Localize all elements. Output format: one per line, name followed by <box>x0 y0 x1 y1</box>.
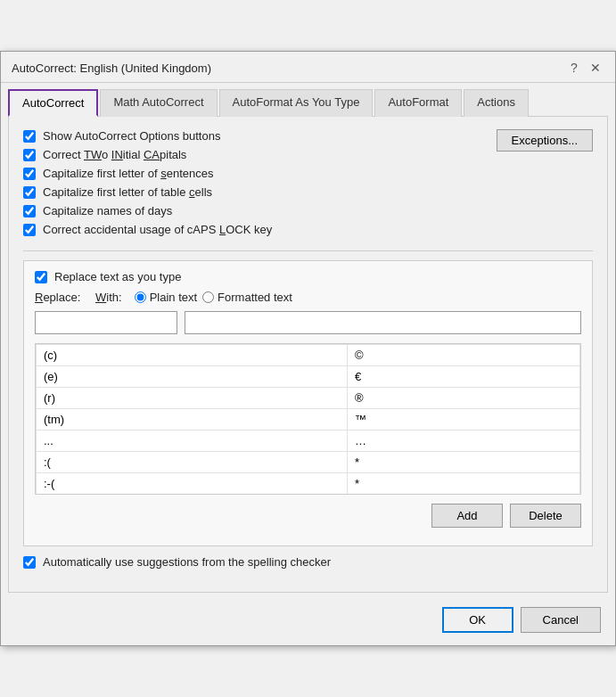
autocorrect-table-container: (c) © (e) € (r) ® <box>35 343 581 495</box>
checkbox-capitalize-days-input[interactable] <box>23 205 36 217</box>
table-row[interactable]: (tm) ™ <box>37 409 580 430</box>
checkbox-show-options-input[interactable] <box>23 130 36 143</box>
radio-formatted-input[interactable] <box>202 291 214 303</box>
replace-input[interactable] <box>35 311 177 334</box>
table-row[interactable]: (e) € <box>37 366 580 388</box>
radio-plain-option[interactable]: Plain text <box>135 291 197 304</box>
table-cell-to: ® <box>347 388 579 409</box>
checkbox-capitalize-days-label[interactable]: Capitalize names of days <box>43 204 172 217</box>
tab-actions[interactable]: Actions <box>464 89 529 117</box>
replace-inputs <box>35 311 581 334</box>
with-label: With: <box>95 291 122 304</box>
table-actions: Add Delete <box>35 504 581 528</box>
exceptions-section: Exceptions... <box>497 129 593 152</box>
table-cell-from: (c) <box>37 345 348 366</box>
checkboxes-section: Show AutoCorrect Options buttons Correct… <box>23 129 497 242</box>
replace-checkbox-label[interactable]: Replace text as you type <box>54 270 181 283</box>
with-input[interactable] <box>185 311 581 334</box>
checkbox-caps-lock: Correct accidental usage of cAPS LOCK ke… <box>23 223 497 236</box>
auto-suggestions-checkbox[interactable] <box>23 556 36 569</box>
table-row[interactable]: :-( * <box>37 473 580 495</box>
checkbox-show-options: Show AutoCorrect Options buttons <box>23 129 497 143</box>
top-section: Show AutoCorrect Options buttons Correct… <box>23 129 593 242</box>
checkbox-capitalize-table-input[interactable] <box>23 186 36 199</box>
ok-button[interactable]: OK <box>442 607 513 633</box>
table-cell-to: € <box>347 366 579 388</box>
table-cell-from: :-( <box>37 473 348 495</box>
dialog-title: AutoCorrect: English (United Kingdom) <box>12 62 211 75</box>
cancel-button[interactable]: Cancel <box>521 607 601 633</box>
replace-checkbox-input[interactable] <box>35 271 47 283</box>
auto-suggestions-row: Automatically use suggestions from the s… <box>23 555 593 569</box>
checkbox-correct-two: Correct TWo INitial CApitals <box>23 148 497 161</box>
table-cell-from: (r) <box>37 388 348 409</box>
checkbox-capitalize-table: Capitalize first letter of table cells <box>23 185 497 199</box>
divider-1 <box>23 250 593 251</box>
table-row[interactable]: :( * <box>37 452 580 473</box>
tab-math-autocorrect[interactable]: Math AutoCorrect <box>100 89 217 117</box>
radio-formatted-option[interactable]: Formatted text <box>202 291 292 304</box>
tab-content: Show AutoCorrect Options buttons Correct… <box>8 116 608 593</box>
tab-autocorrect[interactable]: AutoCorrect <box>8 89 98 117</box>
replace-header: Replace text as you type <box>35 270 581 283</box>
title-bar: AutoCorrect: English (United Kingdom) ? … <box>1 52 615 83</box>
tab-autoformat-as-you-type[interactable]: AutoFormat As You Type <box>219 89 374 117</box>
checkbox-capitalize-sentences-input[interactable] <box>23 168 36 180</box>
checkbox-caps-lock-input[interactable] <box>23 224 36 236</box>
checkbox-correct-two-input[interactable] <box>23 149 36 161</box>
radio-plain-input[interactable] <box>135 291 146 303</box>
help-button[interactable]: ? <box>565 59 583 77</box>
add-button[interactable]: Add <box>431 504 503 528</box>
table-cell-from: (e) <box>37 366 348 388</box>
tab-autoformat[interactable]: AutoFormat <box>374 89 462 117</box>
checkbox-correct-two-label[interactable]: Correct TWo INitial CApitals <box>43 148 186 161</box>
table-cell-from: (tm) <box>37 409 348 430</box>
checkbox-capitalize-days: Capitalize names of days <box>23 204 497 217</box>
radio-formatted-label: Formatted text <box>218 291 292 304</box>
table-cell-from: :( <box>37 452 348 473</box>
checkbox-capitalize-sentences: Capitalize first letter of sentences <box>23 167 497 180</box>
exceptions-button[interactable]: Exceptions... <box>497 129 593 152</box>
dialog-footer: OK Cancel <box>1 600 615 645</box>
dialog-window: AutoCorrect: English (United Kingdom) ? … <box>0 51 616 646</box>
table-cell-to: * <box>347 452 579 473</box>
checkbox-caps-lock-label[interactable]: Correct accidental usage of cAPS LOCK ke… <box>43 223 272 236</box>
checkbox-show-options-label[interactable]: Show AutoCorrect Options buttons <box>43 129 220 143</box>
replace-section: Replace text as you type Replace: With: … <box>23 260 593 546</box>
radio-plain-label: Plain text <box>150 291 197 304</box>
checkbox-capitalize-sentences-label[interactable]: Capitalize first letter of sentences <box>43 167 213 180</box>
radio-group: Plain text Formatted text <box>135 291 292 304</box>
tab-bar: AutoCorrect Math AutoCorrect AutoFormat … <box>1 83 615 116</box>
table-cell-from: ... <box>37 430 348 452</box>
checkbox-capitalize-table-label[interactable]: Capitalize first letter of table cells <box>43 185 212 199</box>
table-row[interactable]: ... … <box>37 430 580 452</box>
table-row[interactable]: (c) © <box>37 345 580 366</box>
replace-with-row: Replace: With: Plain text Formatted text <box>35 291 581 304</box>
autocorrect-table: (c) © (e) € (r) ® <box>36 344 580 495</box>
table-row[interactable]: (r) ® <box>37 388 580 409</box>
replace-label: Replace: <box>35 291 88 304</box>
table-cell-to: ™ <box>347 409 579 430</box>
table-cell-to: © <box>347 345 579 366</box>
auto-suggestions-label[interactable]: Automatically use suggestions from the s… <box>43 555 331 569</box>
autocorrect-table-scroll[interactable]: (c) © (e) € (r) ® <box>36 344 580 495</box>
close-button[interactable]: ✕ <box>587 59 604 77</box>
title-controls: ? ✕ <box>565 59 604 77</box>
table-cell-to: * <box>347 473 579 495</box>
table-cell-to: … <box>347 430 579 452</box>
delete-button[interactable]: Delete <box>510 504 581 528</box>
